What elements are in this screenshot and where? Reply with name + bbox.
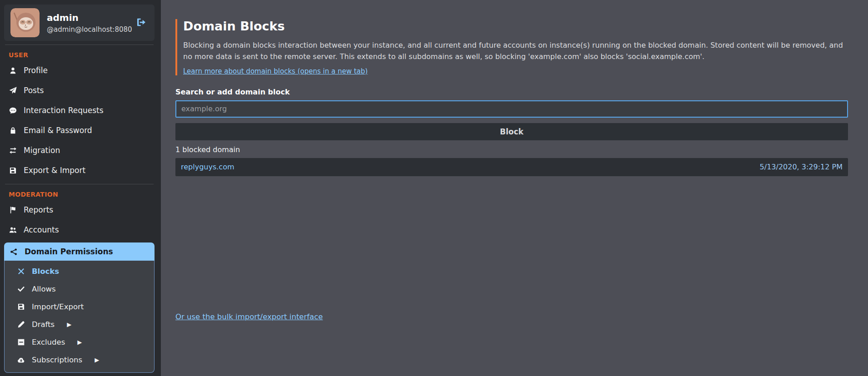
- sidebar-item-allows[interactable]: Allows: [5, 280, 154, 298]
- pencil-icon: [17, 321, 25, 328]
- exchange-arrows-icon: [9, 147, 17, 154]
- logout-button[interactable]: [135, 15, 148, 30]
- sidebar-item-import-export[interactable]: Import/Export: [5, 298, 154, 316]
- sidebar-item-label: Posts: [24, 86, 44, 95]
- sidebar-item-excludes[interactable]: Excludes ▶: [5, 333, 154, 351]
- lock-icon: [9, 127, 17, 134]
- blocked-domain-row[interactable]: replyguys.com 5/13/2020, 3:29:12 PM: [175, 158, 848, 176]
- blocked-domain-date: 5/13/2020, 3:29:12 PM: [760, 163, 843, 171]
- sidebar-item-label: Migration: [24, 146, 60, 155]
- search-label: Search or add domain block: [175, 88, 848, 96]
- domain-search-input[interactable]: [175, 100, 848, 118]
- check-icon: [17, 285, 25, 293]
- sidebar-item-label: Reports: [24, 205, 53, 214]
- sidebar-item-label: Drafts: [32, 320, 55, 329]
- sign-out-icon: [136, 17, 146, 29]
- paper-plane-icon: [9, 87, 17, 94]
- share-nodes-icon: [10, 248, 18, 256]
- sidebar-item-label: Interaction Requests: [24, 106, 104, 115]
- times-icon: [17, 267, 25, 275]
- sidebar-item-blocks[interactable]: Blocks: [5, 262, 154, 280]
- sidebar-item-drafts[interactable]: Drafts ▶: [5, 316, 154, 333]
- sidebar-item-export-import[interactable]: Export & Import: [4, 160, 155, 180]
- sidebar-item-label: Subscriptions: [32, 356, 82, 364]
- minus-square-icon: [17, 338, 25, 346]
- sidebar-item-interaction-requests[interactable]: Interaction Requests: [4, 100, 155, 120]
- sidebar-item-migration[interactable]: Migration: [4, 140, 155, 160]
- sidebar-item-label: Excludes: [32, 338, 65, 346]
- domain-permissions-submenu: Blocks Allows Import/Export Drafts ▶ E: [4, 261, 155, 373]
- floppy-disk-icon: [9, 167, 17, 174]
- user-card: admin @admin@localhost:8080: [4, 5, 155, 41]
- learn-more-link[interactable]: Learn more about domain blocks (opens in…: [183, 67, 368, 75]
- caret-right-icon: ▶: [67, 321, 71, 328]
- sidebar-item-email-password[interactable]: Email & Password: [4, 120, 155, 140]
- sidebar-item-reports[interactable]: Reports: [4, 200, 155, 220]
- user-icon: [9, 67, 17, 74]
- user-handle: @admin@localhost:8080: [47, 25, 127, 34]
- sidebar-item-label: Allows: [32, 285, 56, 293]
- sidebar-item-posts[interactable]: Posts: [4, 80, 155, 100]
- sidebar-item-subscriptions[interactable]: Subscriptions ▶: [5, 351, 154, 369]
- sidebar-item-label: Profile: [24, 66, 48, 75]
- sidebar-item-label: Blocks: [32, 267, 59, 276]
- sidebar-item-domain-permissions[interactable]: Domain Permissions: [4, 242, 155, 261]
- user-identity: admin @admin@localhost:8080: [47, 12, 127, 34]
- user-name: admin: [47, 12, 127, 23]
- section-header-user: USER: [9, 51, 155, 59]
- blocked-count: 1 blocked domain: [175, 145, 848, 154]
- sidebar: admin @admin@localhost:8080 USER Profile…: [0, 0, 161, 376]
- sidebar-item-label: Export & Import: [24, 166, 85, 175]
- flag-icon: [9, 206, 17, 214]
- comment-dots-icon: [9, 107, 17, 114]
- caret-right-icon: ▶: [95, 356, 99, 363]
- sidebar-item-label: Import/Export: [32, 302, 84, 311]
- divider: [5, 45, 154, 45]
- users-icon: [9, 226, 17, 234]
- sidebar-item-label: Domain Permissions: [25, 247, 113, 256]
- floppy-disk-icon: [17, 303, 25, 311]
- page-header: Domain Blocks Blocking a domain blocks i…: [175, 19, 848, 75]
- caret-right-icon: ▶: [77, 339, 82, 346]
- sidebar-item-accounts[interactable]: Accounts: [4, 220, 155, 240]
- page-title: Domain Blocks: [183, 19, 848, 33]
- sidebar-item-profile[interactable]: Profile: [4, 60, 155, 80]
- section-header-moderation: MODERATION: [9, 191, 155, 198]
- sidebar-item-label: Accounts: [24, 225, 59, 234]
- bulk-import-export-link[interactable]: Or use the bulk import/export interface: [175, 312, 323, 321]
- page-description: Blocking a domain blocks interaction bet…: [183, 40, 848, 63]
- divider: [5, 184, 154, 184]
- cloud-download-icon: [17, 356, 25, 364]
- avatar: [10, 8, 40, 37]
- blocked-domain-link[interactable]: replyguys.com: [181, 163, 234, 171]
- sidebar-item-label: Email & Password: [24, 126, 92, 135]
- block-button[interactable]: Block: [175, 123, 848, 140]
- main-content: Domain Blocks Blocking a domain blocks i…: [161, 0, 868, 376]
